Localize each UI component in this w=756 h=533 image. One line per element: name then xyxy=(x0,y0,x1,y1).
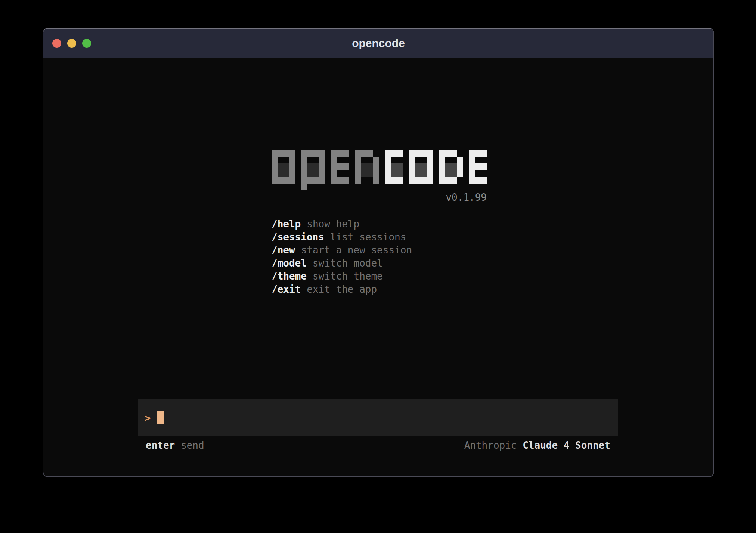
command-help-row: /sessionslist sessions xyxy=(272,231,412,244)
command-help-row: /exitexit the app xyxy=(272,283,412,296)
status-bar: enter send Anthropic Claude 4 Sonnet xyxy=(138,439,618,452)
desktop: opencode v0.1.99 /helpshow help/sessions… xyxy=(0,0,756,533)
command-help-row: /helpshow help xyxy=(272,218,412,231)
model-indicator: Anthropic Claude 4 Sonnet xyxy=(464,439,610,452)
opencode-window: opencode v0.1.99 /helpshow help/sessions… xyxy=(43,28,714,477)
prompt-symbol: > xyxy=(145,412,151,424)
command-name: /help xyxy=(272,218,301,230)
command-description: switch theme xyxy=(313,271,383,282)
version-label: v0.1.99 xyxy=(272,192,487,203)
command-help-row: /newstart a new session xyxy=(272,244,412,257)
opencode-logo xyxy=(272,150,487,190)
command-description: exit the app xyxy=(307,284,377,295)
prompt-input[interactable]: > xyxy=(138,399,618,436)
command-description: list sessions xyxy=(330,231,406,243)
command-description: show help xyxy=(307,218,359,230)
window-title: opencode xyxy=(43,29,713,58)
command-description: switch model xyxy=(313,258,383,269)
command-name: /theme xyxy=(272,271,307,282)
model-provider: Anthropic xyxy=(464,440,517,451)
command-name: /model xyxy=(272,258,307,269)
key-hint-action: send xyxy=(181,440,204,451)
command-name: /exit xyxy=(272,284,301,295)
model-name: Claude 4 Sonnet xyxy=(523,440,610,451)
command-description: start a new session xyxy=(301,244,412,256)
key-hint-key: enter xyxy=(146,440,175,451)
command-help-row: /themeswitch theme xyxy=(272,270,412,283)
command-name: /new xyxy=(272,244,295,256)
command-help-row: /modelswitch model xyxy=(272,257,412,270)
command-name: /sessions xyxy=(272,231,324,243)
window-titlebar[interactable]: opencode xyxy=(43,29,713,58)
text-cursor xyxy=(157,411,164,424)
key-hint: enter send xyxy=(146,439,204,452)
command-help-list: /helpshow help/sessionslist sessions/new… xyxy=(272,218,412,296)
